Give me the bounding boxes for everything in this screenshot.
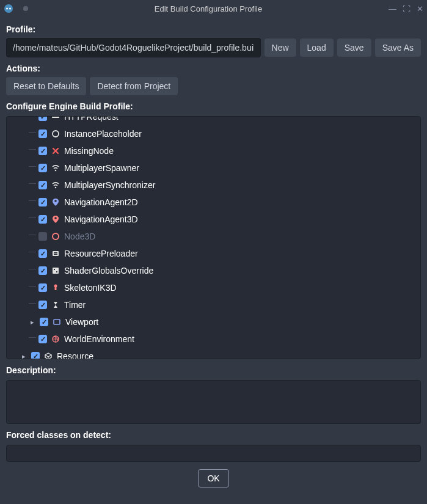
tree-node-node3d[interactable]: Node3D [7, 228, 420, 245]
node-checkbox[interactable] [31, 352, 40, 359]
ok-button[interactable]: OK [198, 469, 228, 488]
node-checkbox[interactable] [38, 215, 47, 224]
tree-node-missingnode[interactable]: MissingNode [7, 142, 420, 159]
tree-guide [29, 228, 35, 245]
tree-guide [29, 194, 35, 211]
maximize-icon[interactable]: ⛶ [403, 4, 411, 13]
node-checkbox[interactable] [38, 266, 47, 275]
tree-guide [29, 245, 35, 262]
viewport-icon [52, 317, 62, 327]
node-label: HTTPRequest [64, 116, 119, 122]
description-box[interactable] [6, 380, 421, 424]
detect-button[interactable]: Detect from Project [90, 77, 178, 95]
window-title: Edit Build Configuration Profile [28, 4, 389, 13]
tree-node-skeletonik3d[interactable]: SkeletonIK3D [7, 279, 420, 296]
save-button[interactable]: Save [337, 38, 371, 57]
svg-point-2 [9, 8, 11, 10]
actions-label: Actions: [6, 60, 421, 75]
node3d-icon [51, 232, 60, 241]
pin-blue-icon [51, 197, 60, 207]
tree-guide [29, 211, 35, 228]
close-icon[interactable]: ✕ [417, 4, 423, 13]
tree-node-navigationagent3d[interactable]: NavigationAgent3D [7, 211, 420, 228]
tree-guide [29, 296, 35, 313]
node-label: ResourcePreloader [64, 249, 138, 258]
node-checkbox[interactable] [38, 147, 47, 155]
tree-node-timer[interactable]: Timer [7, 296, 420, 313]
circle-outline-icon [51, 129, 60, 139]
tree-node-worldenvironment[interactable]: WorldEnvironment [7, 331, 420, 348]
svg-rect-14 [54, 269, 55, 270]
node-checkbox[interactable] [38, 301, 47, 309]
saveas-button[interactable]: Save As [375, 38, 421, 57]
node-label: SkeletonIK3D [64, 283, 117, 293]
expand-icon[interactable]: ▸ [20, 352, 27, 360]
wifi-icon [51, 180, 60, 190]
node-label: Resource [57, 351, 93, 359]
expand-icon[interactable]: ▸ [29, 318, 36, 326]
tree-guide [29, 116, 35, 125]
description-label: Description: [6, 362, 421, 376]
svg-point-5 [55, 170, 57, 172]
forced-classes-box[interactable] [6, 445, 421, 462]
pin-red-icon [51, 214, 60, 224]
profile-path-input[interactable] [6, 38, 261, 57]
node-checkbox[interactable] [40, 318, 48, 326]
tree-guide [29, 262, 35, 279]
configure-label: Configure Engine Build Profile: [6, 98, 421, 112]
profile-label: Profile: [6, 21, 421, 35]
http-icon [51, 116, 60, 122]
svg-rect-18 [54, 320, 60, 324]
node-checkbox[interactable] [38, 130, 47, 138]
timer-icon [51, 300, 60, 310]
node-checkbox[interactable] [38, 181, 47, 189]
node-checkbox[interactable] [38, 164, 47, 172]
node-label: MultiplayerSpawner [64, 163, 139, 173]
svg-point-9 [53, 233, 59, 239]
load-button[interactable]: Load [300, 38, 334, 57]
svg-point-4 [53, 131, 59, 137]
node-label: Viewport [65, 317, 98, 327]
svg-rect-15 [56, 271, 57, 272]
tree-node-resource[interactable]: ▸Resource [7, 348, 420, 359]
tree-node-multiplayersynchronizer[interactable]: MultiplayerSynchronizer [7, 177, 420, 194]
node-checkbox[interactable] [38, 232, 47, 241]
tree-node-httprequest[interactable]: HTTPRequest [7, 116, 420, 125]
pin-dot [23, 6, 28, 11]
node-checkbox[interactable] [38, 198, 47, 206]
node-label: NavigationAgent3D [64, 214, 138, 224]
new-button[interactable]: New [265, 38, 296, 57]
preloader-icon [51, 249, 60, 258]
tree-guide [29, 142, 35, 159]
node-checkbox[interactable] [38, 283, 47, 292]
shader-icon [51, 266, 60, 276]
tree-node-viewport[interactable]: ▸Viewport [7, 313, 420, 331]
tree-node-shaderglobalsoverride[interactable]: ShaderGlobalsOverride [7, 262, 420, 279]
godot-icon [4, 4, 13, 13]
svg-rect-10 [53, 251, 59, 256]
node-label: WorldEnvironment [64, 334, 134, 344]
svg-point-1 [6, 8, 8, 10]
node-label: InstancePlaceholder [64, 129, 142, 139]
titlebar: Edit Build Configuration Profile — ⛶ ✕ [0, 0, 427, 17]
tree-guide [29, 159, 35, 177]
skeleton-icon [51, 283, 60, 293]
node-label: Timer [64, 300, 86, 310]
tree-node-instanceplaceholder[interactable]: InstancePlaceholder [7, 125, 420, 142]
node-checkbox[interactable] [38, 116, 47, 121]
svg-rect-17 [55, 287, 57, 290]
node-label: MultiplayerSynchronizer [64, 180, 155, 190]
svg-point-16 [54, 285, 57, 288]
node-checkbox[interactable] [38, 335, 47, 343]
tree-node-resourcepreloader[interactable]: ResourcePreloader [7, 245, 420, 262]
node-label: NavigationAgent2D [64, 197, 138, 207]
node-checkbox[interactable] [38, 249, 47, 258]
node-label: Node3D [64, 232, 95, 241]
minimize-icon[interactable]: — [389, 4, 396, 13]
tree-panel[interactable]: HTTPRequestInstancePlaceholderMissingNod… [6, 116, 421, 359]
tree-node-multiplayerspawner[interactable]: MultiplayerSpawner [7, 159, 420, 177]
reset-button[interactable]: Reset to Defaults [6, 77, 86, 95]
tree-node-navigationagent2d[interactable]: NavigationAgent2D [7, 194, 420, 211]
svg-point-7 [54, 200, 57, 202]
tree-guide [29, 279, 35, 296]
